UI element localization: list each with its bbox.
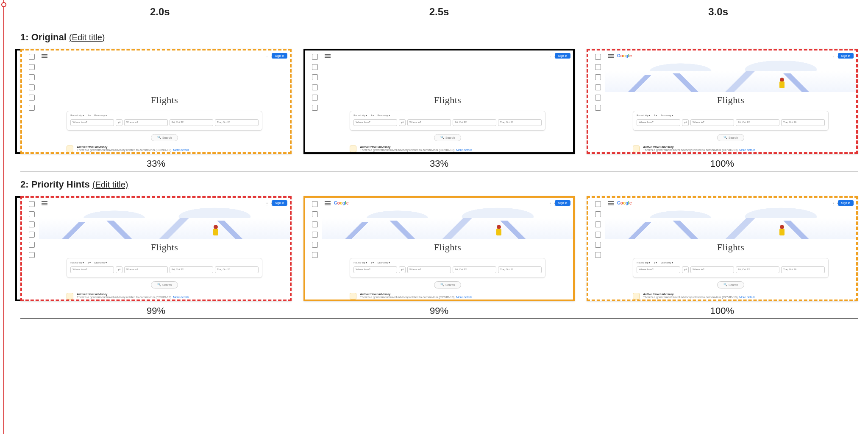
mock-topbar: Google ⋮⋮⋮ Sign in [325,200,570,206]
sidebar-icon [312,242,318,248]
advisory-more-link: More details [739,148,755,151]
menu-icon [42,54,47,58]
screenshot-frame[interactable]: Google ⋮⋮⋮ Sign in Flights Round trip ▾ [20,196,292,301]
cabin-chip: Economy ▾ [378,114,390,117]
screenshot-frame[interactable]: Google ⋮⋮⋮ Sign in Flights Round trip ▾ [303,196,575,301]
menu-icon [42,201,47,205]
pax-chip: 1 ▾ [87,114,91,117]
screenshot-frame[interactable]: Google ⋮⋮⋮ Sign in Flights Round trip ▾ [587,196,858,301]
from-field: Where from? [637,119,680,126]
hero-image [605,60,856,92]
bracket-icon [15,49,20,154]
signin-button: Sign in [838,200,854,206]
frames-row: Google ⋮⋮⋮ Sign in Flights Round trip ▾ [20,49,858,169]
search-icon: 🔍 [440,283,444,286]
row-index: 1 [20,32,25,42]
page-title: Flights [151,95,178,106]
sidebar-icon [29,54,35,60]
comparison-row: 2: Priority Hints (Edit title) [20,171,858,318]
mock-google-flights: Google ⋮⋮⋮ Sign in Flights Round trip ▾ [588,50,856,152]
search-button: 🔍 Search [434,281,461,288]
sidebar-icon [29,201,35,207]
search-icon: 🔍 [723,283,727,286]
sidebar-icon [312,95,318,101]
apps-grid-icon: ⋮⋮⋮ [548,201,552,205]
sidebar-icon [312,84,318,90]
frame-cell: Google ⋮⋮⋮ Sign in Flights Round trip ▾ [303,49,575,169]
signin-button: Sign in [838,53,854,59]
hero-image [39,207,290,239]
date-to-field: Tue, Oct 26 [215,266,259,273]
advisory-title: Active travel advisory [360,293,472,296]
mock-google-flights: Google ⋮⋮⋮ Sign in Flights Round trip ▾ [588,198,856,300]
apps-grid-icon: ⋮⋮⋮ [831,54,835,58]
pax-chip: 1 ▾ [87,261,91,264]
to-field: Where to? [690,266,734,273]
page-title: Flights [717,242,745,253]
warning-icon [67,146,73,152]
advisory-subtitle: There's a government travel advisory rel… [360,148,455,151]
advisory-subtitle: There's a government travel advisory rel… [77,296,172,299]
cabin-chip: Economy ▾ [661,261,673,264]
sidebar-icon [312,232,318,238]
sidebar-icon [29,242,35,248]
from-field: Where from? [637,266,680,273]
menu-icon [608,201,614,205]
time-col-2: 3.0s [579,6,858,18]
mock-sidebar [22,198,39,300]
search-button-label: Search [445,283,455,286]
screenshot-frame[interactable]: Google ⋮⋮⋮ Sign in Flights Round trip ▾ [587,49,858,154]
search-card: Round trip ▾ 1 ▾ Economy ▾ Where from? ⇄… [633,111,829,131]
frame-cell: Google ⋮⋮⋮ Sign in Flights Round trip ▾ [587,196,858,316]
menu-icon [325,201,331,205]
mock-sidebar [588,198,605,300]
mock-main: Google ⋮⋮⋮ Sign in Flights Round trip ▾ [605,198,856,300]
to-field: Where to? [124,119,168,126]
timeline-rail [3,0,4,434]
mock-sidebar [22,50,39,152]
visual-complete-percent: 33% [147,158,165,169]
screenshot-frame[interactable]: Google ⋮⋮⋮ Sign in Flights Round trip ▾ [20,49,292,154]
search-button-label: Search [445,136,455,139]
from-field: Where from? [70,266,114,273]
mock-main: Google ⋮⋮⋮ Sign in Flights Round trip ▾ [605,50,856,152]
advisory-subtitle: There's a government travel advisory rel… [643,148,738,151]
edit-title-link[interactable]: (Edit title) [69,33,105,42]
sidebar-icon [595,232,601,238]
advisory-subtitle: There's a government travel advisory rel… [643,296,738,299]
sidebar-icon [29,64,35,70]
search-icon: 🔍 [723,136,727,139]
row-index: 2 [20,179,25,190]
advisory-subtitle: There's a government travel advisory rel… [360,296,455,299]
search-button: 🔍 Search [151,281,178,288]
mock-google-flights: Google ⋮⋮⋮ Sign in Flights Round trip ▾ [305,50,573,152]
advisory-more-link: More details [173,148,189,151]
search-card: Round trip ▾ 1 ▾ Economy ▾ Where from? ⇄… [67,111,262,131]
sidebar-icon [595,211,601,217]
menu-icon [325,54,331,58]
hero-image [322,60,573,92]
date-from-field: Fri, Oct 22 [170,266,213,273]
signin-button: Sign in [555,53,570,59]
mock-sidebar [305,198,322,300]
google-logo: Google [617,201,632,205]
sidebar-icon [595,64,601,70]
advisory-more-link: More details [173,296,189,299]
advisory-title: Active travel advisory [643,293,755,296]
mock-sidebar [588,50,605,152]
sidebar-icon [29,211,35,217]
warning-icon [67,293,73,300]
to-field: Where to? [124,266,168,273]
screenshot-frame[interactable]: Google ⋮⋮⋮ Sign in Flights Round trip ▾ [303,49,575,154]
sidebar-icon [595,221,601,227]
sidebar-icon [29,221,35,227]
page-title: Flights [434,95,462,106]
sidebar-icon [595,242,601,248]
trip-chips: Round trip ▾ 1 ▾ Economy ▾ [637,114,825,117]
advisory-banner: Active travel advisory There's a governm… [633,146,829,152]
date-to-field: Tue, Oct 26 [781,119,825,126]
edit-title-link[interactable]: (Edit title) [92,180,128,189]
advisory-title: Active travel advisory [643,146,755,148]
mock-main: Google ⋮⋮⋮ Sign in Flights Round trip ▾ [39,50,290,152]
date-from-field: Fri, Oct 22 [170,119,213,126]
